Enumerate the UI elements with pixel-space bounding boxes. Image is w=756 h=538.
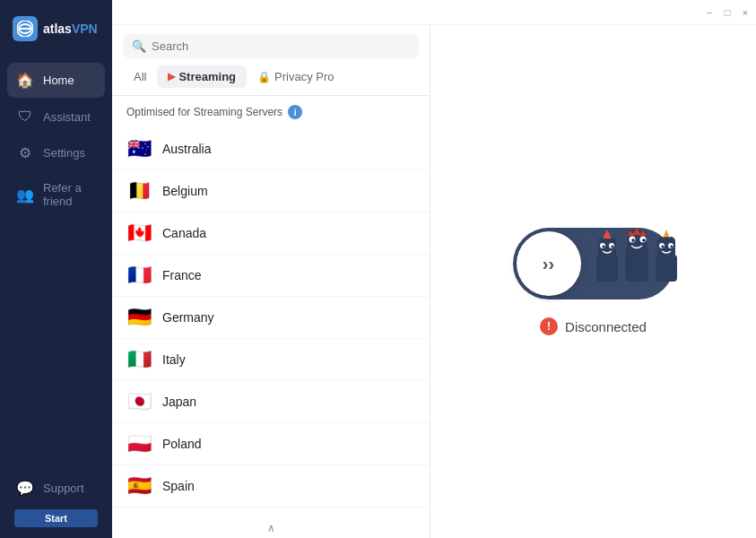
country-list-item[interactable]: 🇦🇺Australia bbox=[112, 128, 430, 170]
privacy-pro-icon: 🔒 bbox=[257, 71, 271, 83]
info-button[interactable]: i bbox=[288, 105, 302, 119]
country-list-item[interactable]: 🇸🇪Sweden bbox=[112, 508, 430, 518]
country-name: Belgium bbox=[162, 184, 208, 198]
country-flag: 🇫🇷 bbox=[126, 264, 152, 287]
country-name: Spain bbox=[162, 479, 195, 493]
country-list-item[interactable]: 🇪🇸Spain bbox=[112, 465, 430, 508]
country-name: Japan bbox=[162, 395, 196, 409]
country-list[interactable]: 🇦🇺Australia🇧🇪Belgium🇨🇦Canada🇫🇷France🇩🇪Ge… bbox=[112, 125, 430, 518]
scroll-down-arrow[interactable]: ∧ bbox=[112, 518, 430, 538]
mascots-illustration bbox=[592, 228, 682, 299]
search-input-wrap: 🔍 bbox=[123, 34, 419, 58]
country-list-item[interactable]: 🇩🇪Germany bbox=[112, 297, 430, 339]
country-list-item[interactable]: 🇫🇷France bbox=[112, 255, 430, 297]
country-flag: 🇮🇹 bbox=[126, 348, 152, 371]
status-icon: ! bbox=[540, 317, 558, 335]
status-label: Disconnected bbox=[565, 319, 647, 334]
maximize-button[interactable]: □ bbox=[722, 7, 733, 18]
tab-streaming[interactable]: ▶ Streaming bbox=[157, 65, 247, 88]
search-bar: 🔍 bbox=[112, 25, 430, 65]
vpn-toggle-pill: ›› bbox=[513, 228, 674, 299]
optimised-label: Optimised for Streaming Servers i bbox=[112, 96, 430, 125]
sidebar-item-refer-label: Refer a friend bbox=[43, 181, 96, 208]
optimised-text: Optimised for Streaming Servers bbox=[126, 106, 282, 118]
sidebar-item-home[interactable]: 🏠 Home bbox=[7, 63, 105, 98]
logo-text: atlasVPN bbox=[43, 22, 98, 36]
sidebar-item-assistant[interactable]: 🛡 Assistant bbox=[7, 100, 105, 134]
streaming-icon: ▶ bbox=[168, 71, 175, 82]
country-list-item[interactable]: 🇯🇵Japan bbox=[112, 381, 430, 423]
sidebar-nav: 🏠 Home 🛡 Assistant ⚙ Settings 👥 Refer a … bbox=[0, 63, 112, 460]
svg-rect-10 bbox=[625, 247, 648, 282]
main-content: − □ × 🔍 All ▶ Streaming bbox=[112, 0, 756, 538]
minimize-button[interactable]: − bbox=[704, 7, 715, 18]
server-panel: 🔍 All ▶ Streaming 🔒 Privacy Pro bbox=[112, 25, 430, 538]
search-icon: 🔍 bbox=[132, 39, 146, 53]
country-flag: 🇸🇪 bbox=[126, 516, 152, 518]
country-name: Poland bbox=[162, 437, 202, 451]
settings-icon: ⚙ bbox=[16, 144, 34, 161]
country-flag: 🇩🇪 bbox=[126, 306, 152, 329]
close-button[interactable]: × bbox=[740, 7, 751, 18]
tab-all-label: All bbox=[134, 70, 146, 83]
sidebar: atlasVPN 🏠 Home 🛡 Assistant ⚙ Settings 👥… bbox=[0, 0, 112, 538]
svg-marker-5 bbox=[603, 230, 612, 239]
country-name: Australia bbox=[162, 142, 211, 156]
country-list-item[interactable]: 🇧🇪Belgium bbox=[112, 170, 430, 213]
assistant-icon: 🛡 bbox=[16, 108, 34, 125]
sidebar-item-support-label: Support bbox=[43, 482, 84, 495]
country-name: France bbox=[162, 268, 202, 282]
vpn-connect-button[interactable]: ›› bbox=[517, 231, 581, 296]
logo: atlasVPN bbox=[0, 0, 112, 63]
country-flag: 🇯🇵 bbox=[126, 390, 152, 413]
sidebar-bottom: 💬 Support Start bbox=[0, 460, 112, 538]
chevron-right-icon: ›› bbox=[543, 254, 554, 274]
country-name: Germany bbox=[162, 310, 214, 325]
sidebar-item-settings-label: Settings bbox=[43, 146, 85, 160]
sidebar-item-support[interactable]: 💬 Support bbox=[7, 471, 105, 506]
start-button[interactable]: Start bbox=[14, 509, 98, 527]
country-name: Italy bbox=[162, 352, 186, 367]
sidebar-item-home-label: Home bbox=[43, 74, 74, 87]
country-name: Canada bbox=[162, 226, 206, 240]
svg-rect-3 bbox=[596, 255, 618, 282]
vpn-status-row: ! Disconnected bbox=[540, 317, 647, 335]
country-flag: 🇵🇱 bbox=[126, 432, 152, 456]
country-list-item[interactable]: 🇨🇦Canada bbox=[112, 213, 430, 255]
sidebar-item-refer[interactable]: 👥 Refer a friend bbox=[7, 172, 105, 217]
refer-icon: 👥 bbox=[16, 187, 34, 204]
country-flag: 🇦🇺 bbox=[126, 137, 152, 161]
support-icon: 💬 bbox=[16, 480, 34, 497]
country-flag: 🇨🇦 bbox=[126, 221, 152, 245]
tabs: All ▶ Streaming 🔒 Privacy Pro bbox=[112, 65, 430, 96]
search-input[interactable] bbox=[152, 39, 410, 53]
right-panel: ›› bbox=[430, 25, 756, 538]
svg-point-17 bbox=[631, 239, 635, 242]
svg-point-18 bbox=[642, 239, 646, 242]
svg-point-8 bbox=[602, 246, 604, 248]
svg-point-9 bbox=[611, 246, 613, 248]
title-bar: − □ × bbox=[112, 0, 756, 25]
logo-icon bbox=[13, 16, 38, 41]
home-icon: 🏠 bbox=[16, 72, 34, 89]
tab-all[interactable]: All bbox=[123, 65, 157, 88]
svg-point-25 bbox=[670, 246, 673, 248]
country-list-item[interactable]: 🇮🇹Italy bbox=[112, 339, 430, 381]
tab-privacy-pro[interactable]: 🔒 Privacy Pro bbox=[247, 65, 344, 88]
svg-point-24 bbox=[661, 246, 664, 248]
svg-rect-19 bbox=[656, 255, 677, 282]
country-list-item[interactable]: 🇵🇱Poland bbox=[112, 423, 430, 465]
sidebar-item-settings[interactable]: ⚙ Settings bbox=[7, 135, 105, 170]
sidebar-item-assistant-label: Assistant bbox=[43, 110, 91, 124]
vpn-toggle-area: ›› bbox=[513, 228, 674, 299]
country-flag: 🇧🇪 bbox=[126, 179, 152, 203]
tab-streaming-label: Streaming bbox=[178, 70, 236, 83]
tab-privacy-pro-label: Privacy Pro bbox=[274, 70, 334, 83]
country-flag: 🇪🇸 bbox=[126, 474, 152, 498]
